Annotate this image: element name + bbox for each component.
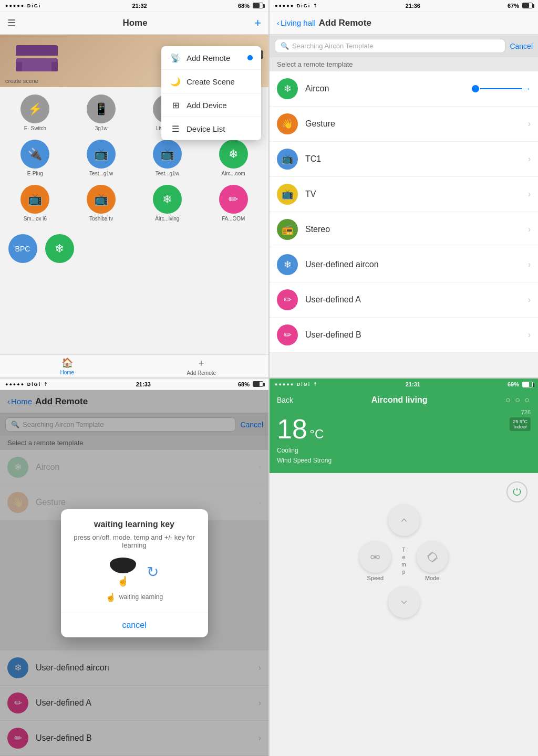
battery-icon-1	[253, 3, 263, 8]
add-device-label: Add Device	[187, 101, 227, 110]
list-item[interactable]: ❄	[41, 230, 78, 269]
temp-up-button[interactable]	[388, 505, 420, 536]
slider-arrow: →	[523, 85, 531, 93]
carrier-2: ●●●●● DiGi ⇡	[275, 3, 318, 8]
back-button-4[interactable]: Back	[277, 396, 293, 404]
cancel-button-2[interactable]: Cancel	[510, 42, 533, 50]
device-label: Airc...oom	[222, 171, 245, 176]
time-2: 21:36	[406, 3, 420, 9]
hamburger-icon[interactable]: ☰	[7, 17, 16, 29]
list-item[interactable]: 👋 Gesture ›	[270, 107, 538, 142]
chevron-icon: ›	[528, 119, 531, 129]
dropdown-device-list[interactable]: ☰ Device List	[161, 117, 261, 140]
list-item[interactable]: 📺 TV ›	[270, 177, 538, 212]
list-item[interactable]: BPC	[4, 230, 41, 269]
user-b-icon: ✏	[277, 324, 298, 345]
sofa-decoration	[16, 45, 58, 71]
device-icon-toshiba: 📺	[87, 185, 116, 214]
list-item[interactable]: 📺 Sm...ox i6	[2, 181, 68, 226]
back-chevron-2: ‹	[277, 18, 280, 27]
list-item[interactable]: 📺 TC1 ›	[270, 142, 538, 177]
power-button[interactable]	[506, 481, 527, 502]
device-icon-smbox: 📺	[20, 185, 49, 214]
time-1: 21:32	[132, 3, 147, 9]
device-label: Test...g1w	[89, 171, 113, 176]
home-title: Home	[122, 18, 147, 28]
list-item[interactable]: 🔌 E-Plug	[2, 135, 68, 181]
battery-area-3: 68%	[238, 381, 263, 387]
list-item[interactable]: 📺 Test...g1w	[68, 135, 134, 181]
list-item[interactable]: ⚡ E- Switch	[2, 90, 68, 135]
add-button[interactable]: +	[254, 16, 261, 30]
device-icon-extra1: BPC	[8, 234, 37, 263]
list-item[interactable]: 📺 Toshiba tv	[68, 181, 134, 226]
ac-controls: Speed Temp Mode	[270, 473, 538, 628]
tc1-icon: 📺	[277, 149, 298, 170]
battery-area-4: 69%	[508, 381, 533, 387]
dropdown-create-scene[interactable]: 🌙 Create Scene	[161, 70, 261, 93]
svg-point-0	[374, 556, 376, 558]
list-item[interactable]: ✏ User-defined B ›	[270, 318, 538, 353]
dialog-cancel-button[interactable]: cancel	[61, 613, 208, 637]
chevron-icon: ›	[528, 260, 531, 269]
nav-add-remote[interactable]: ＋ Add Remote	[134, 355, 269, 377]
mode-control: Mode	[417, 541, 448, 581]
list-item[interactable]: 📺 Test...g1w	[134, 135, 201, 181]
aircond-title: Aircond living	[293, 395, 505, 405]
list-item[interactable]: ❄ Airc...oom	[200, 135, 266, 181]
list-item[interactable]: 📱 3g1w	[68, 90, 134, 135]
device-list-icon: ☰	[170, 123, 181, 134]
slider-dot	[472, 85, 479, 92]
device-icon-airc-living: ❄	[153, 185, 182, 214]
list-item[interactable]: 📻 Stereo ›	[270, 212, 538, 247]
panel-aircond: ●●●●● DiGi ⇡ 21:31 69% Back Aircond livi…	[270, 379, 538, 756]
speed-button[interactable]	[359, 541, 391, 573]
panel-learning: ●●●●● DiGi ⇡ 21:33 68% ‹ Home Add Remote…	[0, 379, 268, 756]
device-icon-3g1w: 📱	[87, 94, 116, 123]
status-bar-1: ●●●●● DiGi 21:32 68%	[0, 0, 268, 12]
dialog-subtitle: press on/off, mode, temp and +/- key for…	[71, 533, 198, 549]
more-options-icon[interactable]: ○ ○ ○	[505, 395, 531, 405]
nav-home[interactable]: 🏠 Home	[0, 355, 134, 377]
status-bar-4: ●●●●● DiGi ⇡ 21:31 69%	[270, 379, 538, 390]
list-item[interactable]: ✏ FA...OOM	[200, 181, 266, 226]
user-aircon-label: User-defined aircon	[305, 260, 528, 269]
status-bar-2: ●●●●● DiGi ⇡ 21:36 67%	[270, 0, 538, 12]
remote-list-2: ❄ Aircon → Press air con icon 👋 Gesture …	[270, 71, 538, 353]
back-button-2[interactable]: ‹ Living hall	[277, 18, 316, 27]
back-label-2: Living hall	[281, 18, 316, 27]
add-remote-title: Add Remote	[319, 18, 371, 28]
dialog-title: waiting learning key	[71, 520, 198, 529]
chevron-icon: ›	[528, 190, 531, 199]
stereo-icon: 📻	[277, 219, 298, 240]
search-bar-2[interactable]: 🔍 Searching Aircon Template	[275, 39, 505, 53]
device-icon-aircom: ❄	[219, 140, 248, 169]
user-b-label: User-defined B	[305, 330, 528, 340]
slider-line	[480, 88, 522, 89]
indoor-label: Indoor	[513, 424, 527, 429]
battery-area-1: 68%	[238, 3, 263, 9]
aircon-label: Aircon	[305, 84, 468, 93]
tc1-label: TC1	[305, 154, 528, 164]
mode-button[interactable]	[417, 541, 448, 573]
dropdown-add-device[interactable]: ⊞ Add Device	[161, 93, 261, 117]
home-nav-icon: 🏠	[61, 357, 73, 369]
indoor-temp: 25.9°C	[513, 419, 527, 424]
chevron-icon: ›	[528, 295, 531, 304]
section-header-2: Select a remote template	[270, 57, 538, 71]
list-item[interactable]: ❄ Aircon → Press air con icon	[270, 71, 538, 107]
list-item[interactable]: ✏ User-defined A ›	[270, 282, 538, 318]
dropdown-add-remote[interactable]: 📡 Add Remote	[161, 46, 261, 70]
rotate-icon: ↻	[147, 563, 159, 581]
cooling-mode: Cooling	[277, 446, 531, 456]
add-remote-icon: 📡	[170, 52, 181, 64]
carrier-3: ●●●●● DiGi ⇡	[5, 382, 49, 387]
device-icon-extra2: ❄	[45, 234, 74, 263]
gesture-label: Gesture	[305, 119, 528, 129]
temp-down-button[interactable]	[388, 586, 420, 618]
list-item[interactable]: ❄ Airc...iving	[134, 181, 201, 226]
list-item[interactable]: ❄ User-defined aircon ›	[270, 247, 538, 282]
add-remote-nav-icon: ＋	[196, 356, 206, 369]
device-label: Airc...iving	[155, 216, 179, 222]
speed-control: Speed	[359, 541, 391, 581]
